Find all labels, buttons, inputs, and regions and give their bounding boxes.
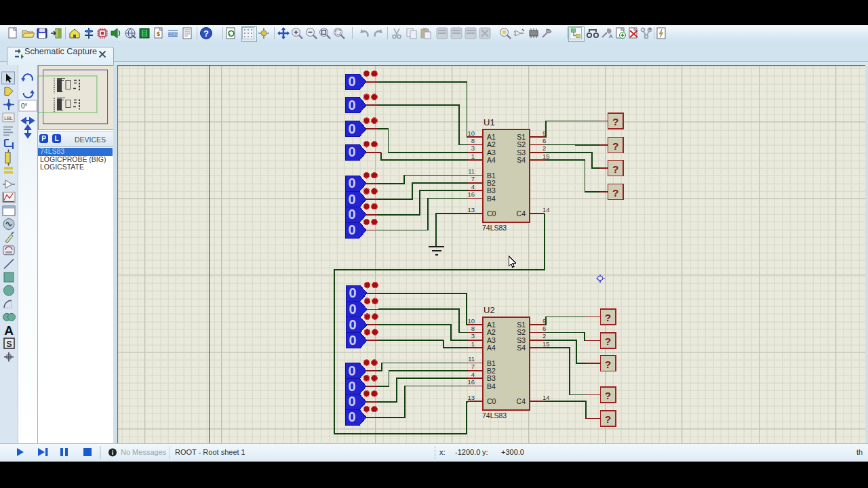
- svg-text:i: i: [112, 449, 114, 456]
- svg-text:0°: 0°: [21, 102, 28, 110]
- svg-text:10: 10: [467, 129, 475, 137]
- svg-text:B2: B2: [487, 179, 496, 187]
- svg-text:U2: U2: [484, 305, 495, 315]
- svg-text:?: ?: [605, 336, 611, 347]
- svg-text:S1: S1: [517, 133, 526, 141]
- svg-text:0: 0: [348, 394, 355, 409]
- svg-text:B1: B1: [487, 171, 496, 180]
- svg-text:LBL: LBL: [4, 116, 13, 121]
- svg-text:14: 14: [542, 206, 550, 214]
- svg-text:A3: A3: [487, 148, 496, 157]
- svg-text:2: 2: [542, 144, 546, 152]
- svg-text:13: 13: [467, 394, 475, 401]
- svg-text:B3: B3: [487, 186, 496, 195]
- svg-text:S4: S4: [517, 344, 526, 352]
- svg-text:3: 3: [471, 332, 475, 340]
- svg-text:?: ?: [612, 163, 618, 175]
- svg-text:0: 0: [348, 222, 355, 237]
- svg-text:2: 2: [542, 332, 546, 340]
- svg-text:0: 0: [349, 333, 356, 348]
- svg-text:C4: C4: [517, 397, 526, 405]
- svg-text:S: S: [6, 340, 12, 349]
- svg-text:C4: C4: [517, 209, 526, 218]
- svg-text:14: 14: [542, 394, 550, 401]
- svg-text:4: 4: [471, 371, 475, 378]
- svg-text:0: 0: [348, 207, 355, 222]
- svg-text:8: 8: [471, 325, 475, 332]
- svg-text:?: ?: [612, 140, 618, 152]
- svg-text:1: 1: [471, 340, 475, 348]
- svg-text:13: 13: [467, 206, 475, 214]
- svg-text:10: 10: [467, 317, 475, 325]
- svg-text:15: 15: [542, 152, 550, 160]
- svg-text:?: ?: [605, 312, 611, 323]
- svg-text:C0: C0: [487, 397, 496, 405]
- svg-text:7: 7: [471, 363, 475, 370]
- svg-text:?: ?: [612, 187, 618, 199]
- svg-text:B4: B4: [487, 195, 496, 203]
- svg-text:8: 8: [471, 137, 475, 144]
- svg-text:B2: B2: [487, 367, 496, 375]
- svg-text:A3: A3: [487, 336, 496, 344]
- svg-text:?: ?: [605, 413, 611, 425]
- svg-text:0: 0: [348, 144, 355, 159]
- svg-text:0: 0: [348, 379, 355, 394]
- svg-text:B4: B4: [487, 382, 496, 390]
- svg-text:?: ?: [605, 390, 611, 401]
- svg-text:A2: A2: [487, 140, 496, 148]
- svg-text:?: ?: [203, 28, 209, 39]
- svg-text:B3: B3: [487, 374, 496, 382]
- svg-text:3: 3: [471, 144, 475, 152]
- svg-text:A4: A4: [487, 156, 496, 164]
- svg-text:11: 11: [468, 355, 475, 363]
- svg-text:U1: U1: [484, 117, 495, 127]
- svg-text:16: 16: [467, 378, 475, 386]
- svg-text:0: 0: [349, 317, 356, 332]
- svg-text:S3: S3: [517, 336, 526, 344]
- svg-text:A4: A4: [487, 344, 496, 352]
- svg-text:S1: S1: [517, 321, 526, 329]
- svg-text:11: 11: [468, 167, 475, 175]
- svg-text:A1: A1: [487, 133, 496, 141]
- svg-text:0: 0: [348, 409, 355, 424]
- svg-text:S4: S4: [517, 156, 526, 164]
- svg-text:S3: S3: [517, 148, 526, 157]
- svg-text:C0: C0: [487, 209, 496, 218]
- svg-text:0: 0: [349, 285, 356, 300]
- svg-text:0: 0: [348, 363, 355, 378]
- svg-text:?: ?: [605, 359, 611, 370]
- svg-text:0: 0: [348, 176, 355, 190]
- svg-text:A: A: [4, 323, 14, 338]
- svg-text:A1: A1: [487, 321, 496, 329]
- svg-text:S2: S2: [517, 140, 526, 148]
- svg-text:6: 6: [542, 325, 546, 332]
- svg-text:7: 7: [471, 175, 475, 182]
- svg-text:$: $: [157, 30, 160, 37]
- svg-text:A: A: [609, 33, 613, 39]
- svg-text:S2: S2: [517, 328, 526, 336]
- svg-text:16: 16: [467, 190, 475, 198]
- svg-text:B1: B1: [487, 359, 496, 367]
- svg-text:15: 15: [542, 340, 550, 348]
- svg-text:0: 0: [348, 74, 355, 89]
- svg-text:0: 0: [349, 302, 356, 317]
- svg-text:6: 6: [542, 137, 546, 144]
- svg-text:A2: A2: [487, 328, 496, 336]
- svg-text:0: 0: [348, 192, 355, 207]
- svg-text:OSMW: OSMW: [167, 33, 178, 37]
- svg-text:0: 0: [348, 98, 355, 113]
- svg-text:1: 1: [471, 152, 475, 160]
- svg-text:74LS83: 74LS83: [482, 411, 507, 420]
- svg-text:0: 0: [348, 121, 355, 136]
- svg-text:?: ?: [612, 116, 618, 127]
- svg-text:74LS83: 74LS83: [482, 224, 507, 232]
- svg-text:4: 4: [471, 183, 475, 190]
